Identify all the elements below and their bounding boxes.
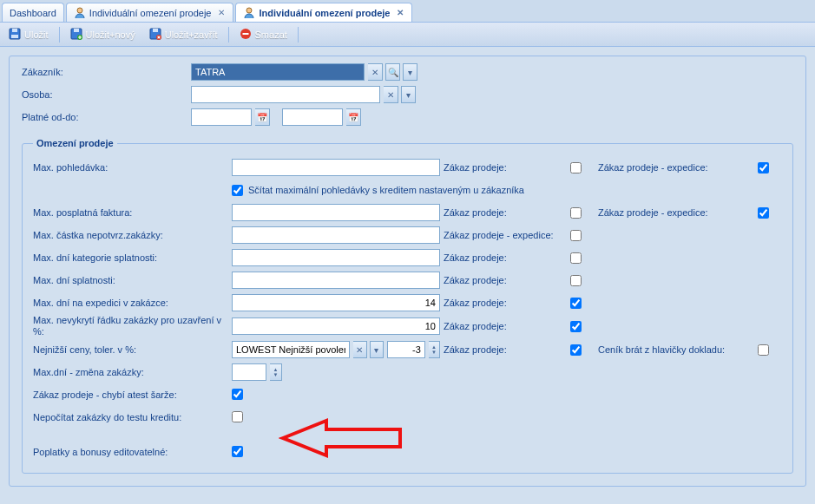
close-icon[interactable]: ✕ [395,8,404,17]
tab-list[interactable]: Individuální omezení prodeje ✕ [66,3,234,22]
group-title: Omezení prodeje [33,138,117,148]
save-new-button[interactable]: Uložit+nový [65,26,141,43]
lowest-prices-label: Nejnižší ceny, toler. v %: [33,344,228,355]
exclude-credit-test-label: Nepočítat zakázky do testu kreditu: [33,412,228,423]
zakaz-prodeje-label: Zákaz prodeje: [444,162,567,173]
disk-close-icon [149,28,161,42]
sum-credit-checkbox[interactable] [232,185,243,196]
separator [228,27,229,43]
tab-detail-label: Individuální omezení prodeje [259,8,390,18]
svg-rect-6 [74,29,79,32]
max-days-order-change-label: Max.dní - změna zakázky: [33,367,228,377]
valid-from-input[interactable] [191,108,252,126]
zakaz-prodeje-checkbox[interactable] [570,298,582,309]
zakaz-prodeje-label: Zákaz prodeje: [444,275,567,285]
clear-icon[interactable]: ✕ [368,63,383,81]
max-receivable-label: Max. pohledávka: [33,162,228,173]
calendar-icon[interactable]: 📅 [255,108,270,126]
ban-missing-attest-checkbox[interactable] [232,389,243,400]
disk-plus-icon [70,28,82,42]
zakaz-prodeje-label: Zákaz prodeje: [444,344,567,355]
close-icon[interactable]: ✕ [216,8,226,17]
pricelist-header-label: Ceník brát z hlavičky dokladu: [598,344,754,355]
zakaz-expedice-label: Zákaz prodeje - expedice: [598,207,754,218]
max-days-exped-label: Max. dní na expedici v zakázce: [33,298,228,308]
minus-circle-icon [240,28,252,42]
zakaz-prodeje-checkbox[interactable] [570,252,582,264]
separator [59,27,60,43]
zakaz-prodeje-checkbox[interactable] [570,162,582,173]
spinner[interactable]: ▲▼ [429,341,440,358]
zakaz-prodeje-checkbox[interactable] [570,275,582,286]
zakaz-expedice-label: Zákaz prodeje - expedice: [598,162,754,173]
svg-rect-12 [242,33,248,35]
max-due-days-label: Max. dní splatnosti: [33,275,228,285]
delete-label: Smazat [255,29,287,40]
max-overdue-label: Max. posplatná faktura: [33,207,228,218]
svg-rect-3 [12,29,17,32]
max-due-category-days-input[interactable] [232,249,440,266]
zakaz-prodeje-checkbox[interactable] [570,344,582,356]
person-label: Osoba: [22,89,191,100]
save-close-label: Uložit+zavřít [165,29,218,40]
disk-icon [9,28,21,42]
max-unconfirmed-input[interactable] [232,226,440,244]
person-icon [74,7,86,19]
zakaz-prodeje-label: Zákaz prodeje: [444,298,567,308]
clear-icon[interactable]: ✕ [384,86,398,103]
max-uncovered-label: Max. nevykrytí řádku zakázky pro uzavřen… [33,315,228,337]
max-due-days-input[interactable] [232,272,440,289]
delete-button[interactable]: Smazat [234,26,292,43]
exclude-credit-test-checkbox[interactable] [232,411,243,422]
max-days-order-change-input[interactable] [232,363,266,381]
form-panel: Zákazník: ✕ 🔍 ▾ Osoba: ✕ ▾ Platné od-do:… [9,56,806,487]
zakaz-prodeje-label: Zákaz prodeje: [444,321,567,331]
pricelist-header-checkbox[interactable] [758,344,769,356]
spinner[interactable]: ▲▼ [270,363,282,381]
max-due-category-days-label: Max. dní kategorie splatnosti: [33,252,228,263]
chevron-down-icon[interactable]: ▾ [370,341,384,358]
svg-rect-9 [153,29,158,32]
lowest-prices-combo[interactable] [232,341,350,358]
tab-list-label: Individuální omezení prodeje [89,8,212,18]
fees-bonus-editable-label: Poplatky a bonusy editovatelné: [33,447,228,457]
max-uncovered-input[interactable] [232,317,440,335]
zakaz-expedice-checkbox[interactable] [758,162,769,173]
clear-icon[interactable]: ✕ [353,341,367,358]
valid-label: Platné od-do: [22,112,191,122]
zakaz-expedice-checkbox[interactable] [570,230,582,241]
chevron-down-icon[interactable]: ▾ [403,63,417,81]
customer-input[interactable] [191,63,365,81]
customer-label: Zákazník: [22,67,191,77]
zakaz-prodeje-checkbox[interactable] [570,207,582,219]
max-receivable-input[interactable] [232,159,440,176]
max-days-exped-input[interactable] [232,294,440,311]
calendar-icon[interactable]: 📅 [346,108,361,126]
save-new-label: Uložit+nový [86,29,135,40]
person-input[interactable] [191,86,380,103]
tab-dashboard[interactable]: Dashboard [2,3,64,22]
fees-bonus-editable-checkbox[interactable] [232,446,243,457]
search-icon[interactable]: 🔍 [385,63,400,81]
ban-missing-attest-label: Zákaz prodeje - chybí atest šarže: [33,389,228,400]
sum-credit-label: Sčítat maximální pohledávky s kreditem n… [248,185,524,195]
separator [298,27,299,43]
valid-to-input[interactable] [282,108,343,126]
toolbar: Uložit Uložit+nový Uložit+zavřít Smazat [0,23,815,47]
max-overdue-input[interactable] [232,204,440,221]
zakaz-expedice-checkbox[interactable] [758,207,769,219]
svg-point-0 [77,8,82,13]
save-close-button[interactable]: Uložit+zavřít [144,26,223,43]
tolerance-input[interactable] [387,341,425,358]
save-label: Uložit [24,29,49,40]
tab-detail[interactable]: Individuální omezení prodeje ✕ [235,3,412,22]
zakaz-prodeje-label: Zákaz prodeje: [444,252,567,263]
save-button[interactable]: Uložit [3,26,54,43]
tab-bar: Dashboard Individuální omezení prodeje ✕… [0,0,815,23]
chevron-down-icon[interactable]: ▾ [401,86,416,103]
sales-restriction-group: Omezení prodeje Max. pohledávka: Zákaz p… [22,138,793,474]
zakaz-prodeje-checkbox[interactable] [570,321,582,332]
zakaz-expedice-label: Zákaz prodeje - expedice: [444,230,567,240]
zakaz-prodeje-label: Zákaz prodeje: [444,207,567,218]
person-icon [243,7,255,19]
